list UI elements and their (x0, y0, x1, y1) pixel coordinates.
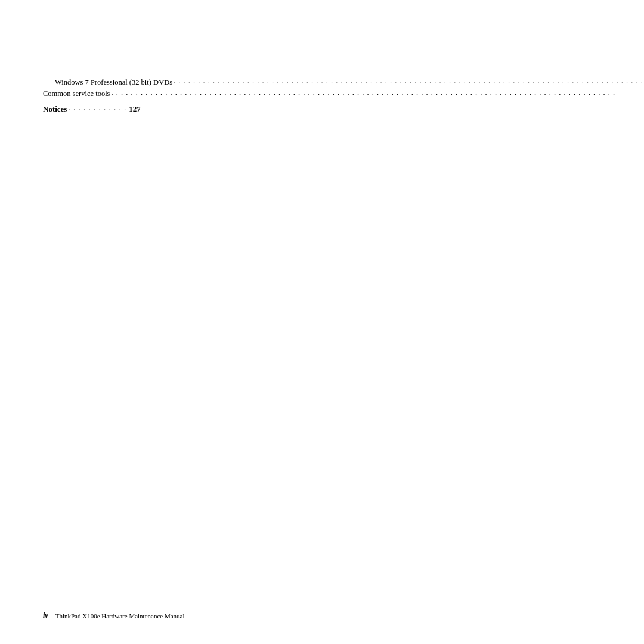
toc-label-common: Common service tools (43, 89, 110, 98)
footer-page-number: iv (43, 611, 48, 620)
footer: iv ThinkPad X100e Hardware Maintenance M… (43, 611, 601, 620)
notices-page: 127 (129, 104, 141, 114)
toc-grid: Windows 7 Professional (32 bit) DVDs 125… (43, 78, 601, 114)
notices-dots (68, 103, 126, 113)
page-content: Windows 7 Professional (32 bit) DVDs 125… (0, 0, 644, 150)
notices-label: Notices (43, 104, 67, 114)
toc-left-column: Windows 7 Professional (32 bit) DVDs 125… (43, 78, 644, 114)
toc-label-win7: Windows 7 Professional (32 bit) DVDs (55, 78, 172, 87)
toc-dots-win7 (174, 78, 644, 86)
toc-entry-win7: Windows 7 Professional (32 bit) DVDs 125 (43, 78, 644, 87)
footer-title: ThinkPad X100e Hardware Maintenance Manu… (55, 612, 185, 620)
toc-entry-common: Common service tools 126 (43, 89, 644, 98)
notices-entry: Notices 127 (43, 104, 644, 114)
toc-dots-common (112, 89, 645, 97)
